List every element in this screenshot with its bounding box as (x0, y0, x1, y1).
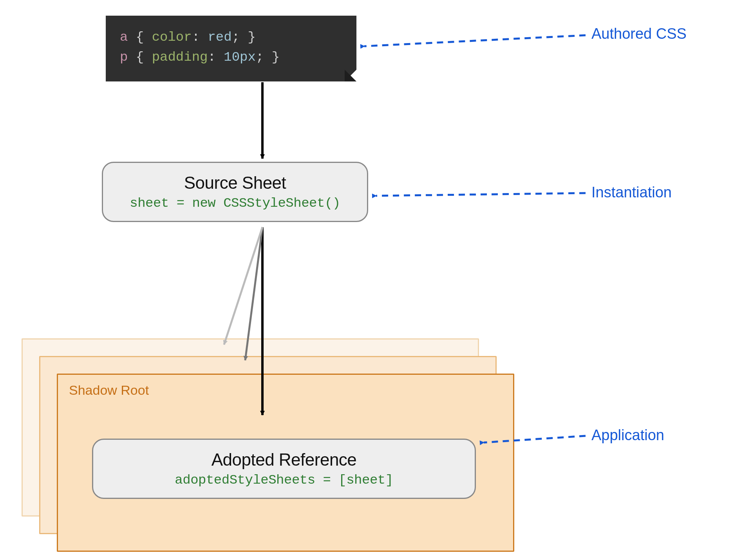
code-line-1: a { color: red; } (120, 27, 342, 47)
code-selector: a (120, 30, 128, 45)
code-brace-open: { (128, 30, 152, 45)
annotation-instantiation: Instantiation (591, 184, 672, 201)
adopted-reference-title: Adopted Reference (107, 450, 461, 470)
page-fold-corner-icon (345, 70, 356, 81)
code-brace-open: { (128, 50, 152, 65)
arrow-source-to-back (224, 227, 262, 345)
shadow-root-label: Shadow Root (58, 375, 160, 406)
source-sheet-title: Source Sheet (117, 173, 353, 193)
adopted-reference-code: adoptedStyleSheets = [sheet] (107, 473, 461, 488)
code-value: red (208, 30, 231, 45)
code-line-2: p { padding: 10px; } (120, 47, 342, 67)
dashed-arrow-authored (364, 35, 586, 46)
code-value: 10px (224, 50, 256, 65)
authored-css-codeblock: a { color: red; } p { padding: 10px; } (106, 16, 356, 81)
code-property: color (152, 30, 192, 45)
code-colon: : (208, 50, 224, 65)
code-brace-close: ; } (232, 30, 256, 45)
dashed-arrow-instantiation (376, 193, 586, 196)
source-sheet-code: sheet = new CSSStyleSheet() (117, 196, 353, 211)
code-colon: : (192, 30, 208, 45)
code-property: padding (152, 50, 208, 65)
diagram-stage: a { color: red; } p { padding: 10px; } S… (0, 0, 734, 560)
annotation-authored-css: Authored CSS (591, 25, 687, 42)
source-sheet-box: Source Sheet sheet = new CSSStyleSheet() (102, 162, 368, 222)
annotation-application: Application (591, 427, 664, 444)
adopted-reference-box: Adopted Reference adoptedStyleSheets = [… (92, 439, 476, 499)
code-brace-close: ; } (256, 50, 280, 65)
code-selector: p (120, 50, 128, 65)
